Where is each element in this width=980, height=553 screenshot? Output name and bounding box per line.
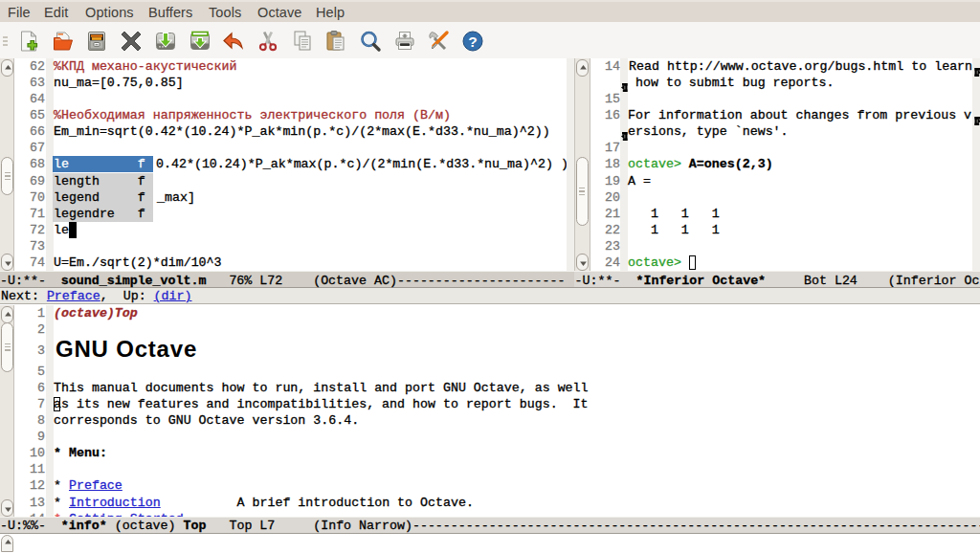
svg-text:?: ? xyxy=(468,33,477,50)
